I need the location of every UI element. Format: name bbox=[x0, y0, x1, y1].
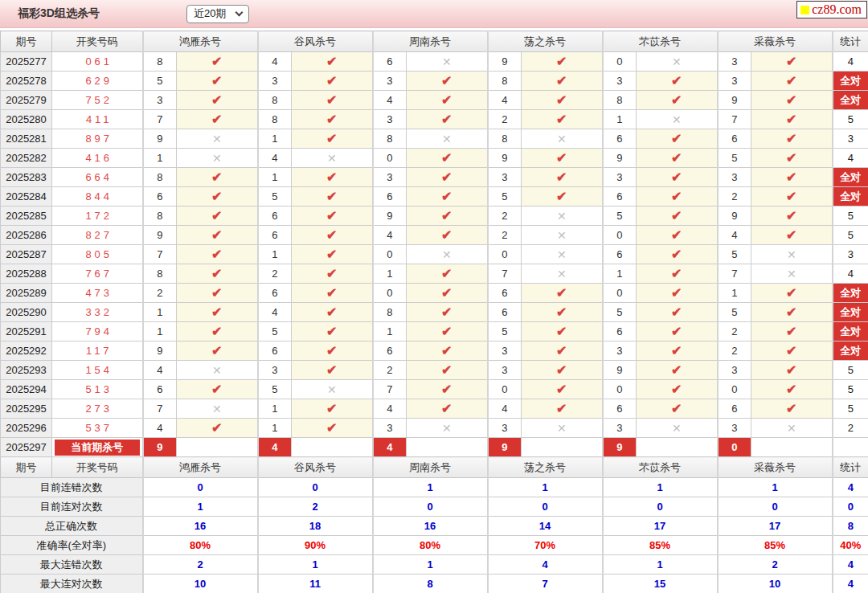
cross-icon: ✕ bbox=[407, 129, 488, 149]
history-row: 20252824161✕4✕0✔9✔9✔5✔4 bbox=[1, 149, 868, 168]
kill-number-cell: 6 bbox=[488, 303, 522, 322]
kill-number-cell: 9 bbox=[143, 226, 177, 245]
check-icon: ✔ bbox=[522, 72, 603, 91]
period-cell: 2025277 bbox=[1, 52, 52, 72]
kill-number-cell: 3 bbox=[718, 168, 751, 187]
check-icon: ✔ bbox=[292, 129, 373, 149]
period-range-dropdown[interactable]: 近20期 bbox=[186, 5, 249, 23]
kill-number-cell: 7 bbox=[143, 245, 177, 264]
check-icon: ✔ bbox=[637, 72, 718, 91]
stat-cell: 4 bbox=[833, 264, 868, 284]
summary-value-cell: 70% bbox=[488, 536, 603, 555]
kill-number-cell: 7 bbox=[373, 380, 407, 399]
check-icon: ✔ bbox=[407, 72, 488, 91]
period-cell: 2025289 bbox=[1, 284, 52, 303]
check-icon: ✔ bbox=[292, 322, 373, 341]
check-icon: ✔ bbox=[751, 91, 833, 110]
kill-number-cell: 4 bbox=[373, 399, 407, 419]
site-logo[interactable]: cz89.com bbox=[796, 1, 867, 18]
period-cell: 2025278 bbox=[1, 72, 52, 91]
check-icon: ✔ bbox=[637, 207, 718, 226]
history-row: 20252868279✔6✔4✔2✕0✔4✔5 bbox=[1, 226, 868, 245]
kill-number-cell: 0 bbox=[373, 284, 407, 303]
history-row: 20252797523✔8✔4✔4✔8✔9✔全对 bbox=[1, 91, 868, 110]
draw-numbers-cell: 537 bbox=[52, 419, 143, 438]
empty-mark-cell bbox=[292, 438, 373, 457]
stat-cell: 3 bbox=[833, 245, 868, 264]
kill-number-cell: 6 bbox=[373, 187, 407, 207]
check-icon: ✔ bbox=[637, 303, 718, 322]
kill-number-cell: 4 bbox=[718, 226, 751, 245]
check-icon: ✔ bbox=[751, 361, 833, 380]
chevron-down-icon bbox=[235, 8, 244, 16]
kill-number-cell: 3 bbox=[603, 419, 637, 438]
cross-icon: ✕ bbox=[177, 129, 258, 149]
kill-number-cell: 3 bbox=[258, 72, 292, 91]
cross-icon: ✕ bbox=[637, 110, 718, 129]
col-header-expert: 周南杀号 bbox=[373, 457, 488, 478]
check-icon: ✔ bbox=[407, 380, 488, 399]
kill-number-cell: 6 bbox=[488, 284, 522, 303]
draw-numbers-cell: 416 bbox=[52, 149, 143, 168]
summary-value-cell: 90% bbox=[258, 536, 373, 555]
summary-value-cell: 2 bbox=[258, 497, 373, 517]
kill-number-cell: 9 bbox=[603, 361, 637, 380]
kill-number-cell: 1 bbox=[143, 303, 177, 322]
col-header-expert: 荡之杀号 bbox=[488, 457, 603, 478]
all-correct-badge: 全对 bbox=[833, 72, 868, 91]
check-icon: ✔ bbox=[637, 149, 718, 168]
kill-number-cell: 6 bbox=[258, 341, 292, 361]
all-correct-badge: 全对 bbox=[833, 187, 868, 207]
kill-number-cell: 2 bbox=[258, 264, 292, 284]
cross-icon: ✕ bbox=[522, 226, 603, 245]
summary-value-cell: 15 bbox=[603, 575, 718, 593]
history-row: 20252945136✔5✕7✔0✔0✔0✔5 bbox=[1, 380, 868, 399]
check-icon: ✔ bbox=[177, 380, 258, 399]
check-icon: ✔ bbox=[637, 129, 718, 149]
kill-number-cell: 3 bbox=[603, 341, 637, 361]
check-icon: ✔ bbox=[177, 168, 258, 187]
kill-number-cell: 1 bbox=[258, 245, 292, 264]
summary-total-cell: 40% bbox=[833, 536, 868, 555]
kill-number-cell: 8 bbox=[373, 303, 407, 322]
draw-numbers-cell: 332 bbox=[52, 303, 143, 322]
draw-numbers-cell: 513 bbox=[52, 380, 143, 399]
kill-number-cell: 0 bbox=[373, 245, 407, 264]
kill-number-cell: 6 bbox=[603, 187, 637, 207]
period-cell: 2025290 bbox=[1, 303, 52, 322]
history-row: 20252851728✔6✔9✔2✕5✔9✔5 bbox=[1, 207, 868, 226]
check-icon: ✔ bbox=[637, 380, 718, 399]
kill-number-cell: 1 bbox=[603, 264, 637, 284]
check-icon: ✔ bbox=[292, 110, 373, 129]
draw-numbers-cell: 794 bbox=[52, 322, 143, 341]
kill-number-cell: 5 bbox=[143, 72, 177, 91]
kill-number-cell: 7 bbox=[718, 264, 751, 284]
check-icon: ✔ bbox=[177, 322, 258, 341]
kill-number-cell: 6 bbox=[258, 284, 292, 303]
period-cell: 2025284 bbox=[1, 187, 52, 207]
check-icon: ✔ bbox=[522, 149, 603, 168]
kill-number-cell: 9 bbox=[718, 91, 751, 110]
page: 福彩3D组选杀号 近20期 cz89.com 期号开奖号码鸿雁杀号谷风杀号周南杀… bbox=[0, 0, 868, 593]
period-range-value: 近20期 bbox=[194, 6, 226, 21]
check-icon: ✔ bbox=[292, 361, 373, 380]
col-header-draw: 开奖号码 bbox=[52, 457, 143, 478]
check-icon: ✔ bbox=[407, 149, 488, 168]
kill-number-cell: 5 bbox=[603, 207, 637, 226]
kill-number-cell: 3 bbox=[603, 168, 637, 187]
kill-number-cell: 0 bbox=[488, 245, 522, 264]
kill-number-cell: 6 bbox=[603, 245, 637, 264]
summary-value-cell: 0 bbox=[143, 478, 258, 497]
history-row: 20252836648✔1✔3✔3✔3✔3✔全对 bbox=[1, 168, 868, 187]
kill-number-cell: 2 bbox=[718, 187, 751, 207]
current-kill-number-cell: 4 bbox=[373, 438, 407, 457]
check-icon: ✔ bbox=[177, 207, 258, 226]
summary-total-cell: 0 bbox=[833, 497, 868, 517]
check-icon: ✔ bbox=[407, 207, 488, 226]
kill-number-cell: 3 bbox=[718, 419, 751, 438]
period-cell: 2025291 bbox=[1, 322, 52, 341]
summary-value-cell: 1 bbox=[488, 478, 603, 497]
period-cell: 2025281 bbox=[1, 129, 52, 149]
history-row: 20252878057✔1✔0✕0✕6✔5✕3 bbox=[1, 245, 868, 264]
check-icon: ✔ bbox=[522, 361, 603, 380]
